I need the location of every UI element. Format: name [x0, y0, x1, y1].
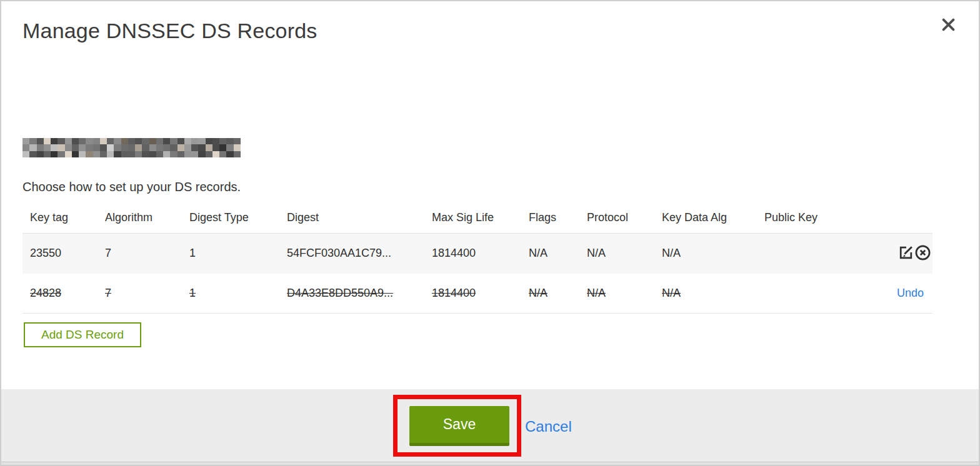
page-title: Manage DNSSEC DS Records	[22, 19, 318, 43]
remove-circle-icon	[914, 254, 931, 263]
col-header-digest: Digest	[279, 206, 424, 234]
col-header-public-key: Public Key	[757, 206, 838, 234]
col-header-flags: Flags	[521, 206, 579, 234]
cell-flags: N/A	[529, 287, 548, 299]
add-ds-record-button[interactable]: Add DS Record	[24, 322, 141, 347]
cell-digest-type: 1	[189, 247, 196, 259]
cell-digest-type: 1	[189, 287, 196, 299]
close-icon	[940, 16, 957, 35]
col-header-digest-type: Digest Type	[182, 206, 279, 234]
col-header-max-sig-life: Max Sig Life	[424, 206, 521, 234]
cell-algorithm: 7	[105, 287, 111, 299]
table-header-row: Key tag Algorithm Digest Type Digest Max…	[22, 206, 932, 234]
subtitle-text: Choose how to set up your DS records.	[22, 180, 241, 194]
close-button[interactable]	[938, 15, 959, 36]
manage-dnssec-dialog: Manage DNSSEC DS Records Choose how to s…	[0, 0, 980, 466]
table-row-marked-for-deletion: 24828 7 1 D4A33E8DD550A9... 1814400 N/A …	[22, 274, 932, 314]
cell-protocol: N/A	[587, 287, 606, 299]
undo-link[interactable]: Undo	[897, 287, 931, 299]
cell-algorithm: 7	[105, 247, 111, 259]
edit-icon	[898, 254, 914, 263]
cell-digest: 54FCF030AA1C79...	[287, 247, 391, 259]
cell-digest: D4A33E8DD550A9...	[287, 287, 393, 299]
redacted-domain	[22, 138, 241, 157]
col-header-algorithm: Algorithm	[98, 206, 182, 234]
cell-key-tag: 23550	[30, 247, 61, 259]
bottom-divider	[1, 462, 979, 465]
col-header-protocol: Protocol	[579, 206, 654, 234]
col-header-key-tag: Key tag	[22, 206, 98, 234]
col-header-actions	[838, 206, 932, 234]
cancel-link[interactable]: Cancel	[525, 418, 572, 435]
cell-max-sig-life: 1814400	[432, 247, 476, 259]
cell-key-data-alg: N/A	[662, 247, 681, 259]
table-row: 23550 7 1 54FCF030AA1C79... 1814400 N/A …	[22, 234, 932, 274]
save-button[interactable]: Save	[409, 406, 509, 446]
col-header-key-data-alg: Key Data Alg	[654, 206, 757, 234]
cell-protocol: N/A	[587, 247, 606, 259]
cell-max-sig-life: 1814400	[432, 287, 476, 299]
ds-records-table: Key tag Algorithm Digest Type Digest Max…	[22, 206, 932, 314]
cell-key-data-alg: N/A	[662, 287, 681, 299]
edit-record-button[interactable]	[898, 244, 914, 263]
cell-key-tag: 24828	[30, 287, 61, 299]
cell-flags: N/A	[529, 247, 548, 259]
delete-record-button[interactable]	[914, 244, 931, 263]
